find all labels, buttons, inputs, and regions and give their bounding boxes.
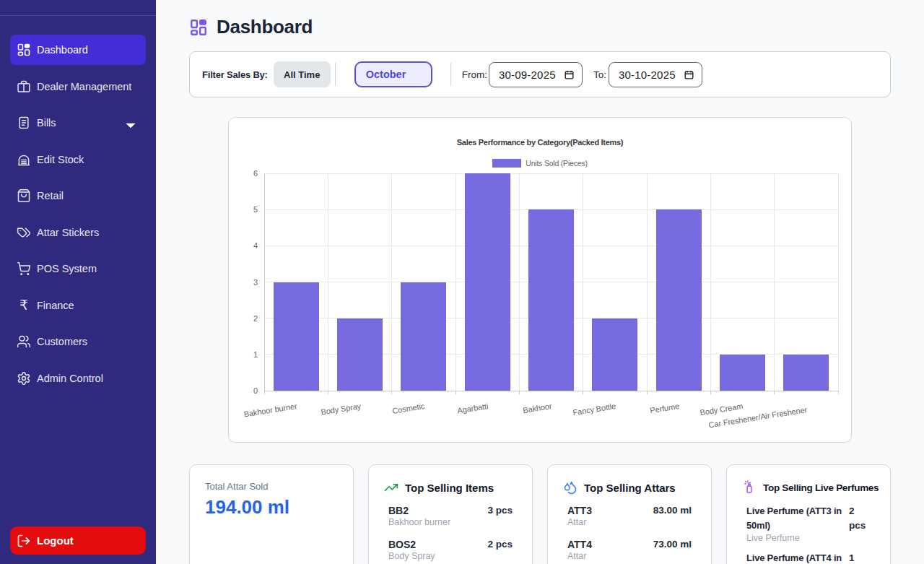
to-date-value: 30-10-2025 bbox=[619, 69, 684, 81]
sales-chart-card: Sales Performance by Category(Packed Ite… bbox=[228, 117, 852, 443]
bar[interactable] bbox=[592, 318, 637, 391]
bar[interactable] bbox=[401, 282, 446, 391]
rupee-icon: ₹ bbox=[17, 298, 31, 313]
page-title: Dashboard bbox=[217, 16, 313, 38]
item-name: Live Perfume (ATT3 in 50ml) bbox=[746, 504, 849, 533]
sidebar-item-label: Dealer Management bbox=[37, 81, 131, 92]
all-time-button[interactable]: All Time bbox=[274, 61, 331, 87]
x-tick-label: Body Spray bbox=[320, 402, 361, 417]
sidebar-item-finance[interactable]: ₹ Finance bbox=[10, 290, 146, 321]
logout-button[interactable]: Logout bbox=[10, 526, 146, 555]
dashboard-grid-icon bbox=[17, 43, 31, 57]
sidebar-item-dealer-management[interactable]: Dealer Management bbox=[10, 71, 146, 102]
item-qty: 73.00 ml bbox=[653, 538, 692, 561]
bar[interactable] bbox=[720, 355, 765, 391]
item-name: ATT3 bbox=[567, 504, 592, 517]
gridline bbox=[519, 173, 520, 391]
y-tick-label: 0 bbox=[253, 386, 264, 395]
bar[interactable] bbox=[337, 318, 383, 391]
y-tick-label: 3 bbox=[253, 278, 264, 287]
sidebar-item-label: Customers bbox=[37, 336, 87, 347]
main-content: Dashboard Filter Sales By: All Time Octo… bbox=[156, 0, 924, 564]
y-tick-label: 2 bbox=[253, 314, 264, 323]
gridline bbox=[583, 173, 583, 391]
sidebar-item-dashboard[interactable]: Dashboard bbox=[10, 35, 146, 65]
x-tick bbox=[264, 391, 265, 394]
y-tick-label: 1 bbox=[253, 350, 264, 359]
y-tick-label: 6 bbox=[253, 169, 264, 178]
sidebar-item-edit-stock[interactable]: Edit Stock bbox=[10, 144, 146, 175]
x-tick-label: Cosmetic bbox=[391, 402, 424, 415]
sidebar-item-admin-control[interactable]: Admin Control bbox=[10, 363, 146, 394]
x-tick-label: Bakhoor burner bbox=[243, 402, 297, 418]
x-tick-label: Body Cream bbox=[699, 402, 744, 417]
list-item: BOS2 Body Spray 2 pcs bbox=[388, 538, 513, 561]
droplets-icon bbox=[563, 480, 578, 495]
item-name: ATT4 bbox=[567, 538, 592, 551]
legend-swatch bbox=[492, 159, 521, 168]
shopping-bag-icon bbox=[17, 188, 31, 203]
sidebar-item-label: Admin Control bbox=[37, 373, 103, 384]
month-select[interactable]: October bbox=[354, 61, 432, 87]
dashboard-grid-icon bbox=[189, 18, 208, 37]
sidebar-item-attar-stickers[interactable]: Attar Stickers bbox=[10, 217, 146, 248]
gridline bbox=[838, 173, 839, 391]
bar[interactable] bbox=[528, 209, 574, 391]
sidebar-item-label: Retail bbox=[37, 190, 64, 201]
sidebar-item-bills[interactable]: Bills bbox=[10, 108, 146, 138]
gridline bbox=[391, 173, 392, 391]
legend-label: Units Sold (Pieces) bbox=[526, 159, 587, 168]
x-tick-label: Perfume bbox=[650, 402, 680, 415]
gridline bbox=[647, 173, 648, 391]
filter-label: Filter Sales By: bbox=[202, 69, 268, 80]
item-qty: 3 pcs bbox=[487, 504, 513, 527]
x-tick bbox=[583, 391, 583, 394]
card-title: Top Selling Items bbox=[405, 482, 494, 494]
to-date-input[interactable]: 30-10-2025 bbox=[609, 62, 702, 87]
trending-up-icon bbox=[384, 480, 398, 495]
item-category: Live Perfume bbox=[746, 533, 849, 543]
calendar-icon[interactable] bbox=[684, 69, 694, 80]
y-tick-label: 5 bbox=[253, 205, 264, 214]
bar[interactable] bbox=[783, 355, 829, 391]
bar[interactable] bbox=[656, 209, 702, 391]
chart-title: Sales Performance by Category(Packed Ite… bbox=[229, 138, 851, 147]
item-name: Live Perfume (ATT4 in bbox=[746, 551, 849, 564]
item-category: Attar bbox=[567, 517, 592, 527]
bar[interactable] bbox=[274, 282, 319, 391]
x-tick bbox=[456, 391, 456, 394]
total-attar-label: Total Attar Sold bbox=[205, 481, 268, 492]
from-date-input[interactable]: 30-09-2025 bbox=[489, 62, 583, 87]
total-attar-card: Total Attar Sold 194.00 ml bbox=[189, 464, 354, 564]
users-icon bbox=[17, 334, 31, 349]
sidebar-item-label: POS System bbox=[37, 263, 97, 274]
sidebar-item-label: Bills bbox=[37, 117, 56, 129]
item-name: BOS2 bbox=[388, 538, 435, 551]
card-title: Top Selling Live Perfumes bbox=[763, 482, 879, 493]
item-category: Body Spray bbox=[388, 551, 435, 561]
sidebar-item-label: Edit Stock bbox=[37, 154, 84, 165]
x-tick-label: Fancy Bottle bbox=[572, 402, 616, 417]
chart-legend[interactable]: Units Sold (Pieces) bbox=[229, 159, 851, 168]
logout-icon bbox=[17, 534, 31, 548]
x-tick bbox=[710, 391, 711, 394]
sidebar-item-retail[interactable]: Retail bbox=[10, 181, 146, 211]
sidebar-item-customers[interactable]: Customers bbox=[10, 326, 146, 357]
item-category: Bakhoor burner bbox=[388, 517, 450, 527]
x-tick bbox=[774, 391, 775, 394]
logout-label: Logout bbox=[37, 534, 74, 547]
sidebar-item-label: Attar Stickers bbox=[37, 227, 99, 238]
x-tick bbox=[391, 391, 392, 394]
sidebar: Dashboard Dealer Management Bills Edit S… bbox=[0, 0, 156, 564]
warehouse-icon bbox=[17, 152, 31, 167]
item-name: BB2 bbox=[388, 504, 450, 517]
bill-document-icon bbox=[17, 116, 31, 130]
sidebar-item-pos-system[interactable]: POS System bbox=[10, 253, 146, 284]
gridline bbox=[264, 173, 838, 174]
x-tick bbox=[647, 391, 648, 394]
gridline bbox=[774, 173, 775, 391]
bar[interactable] bbox=[465, 173, 510, 391]
x-tick bbox=[519, 391, 520, 394]
calendar-icon[interactable] bbox=[564, 69, 575, 80]
divider bbox=[450, 63, 451, 86]
